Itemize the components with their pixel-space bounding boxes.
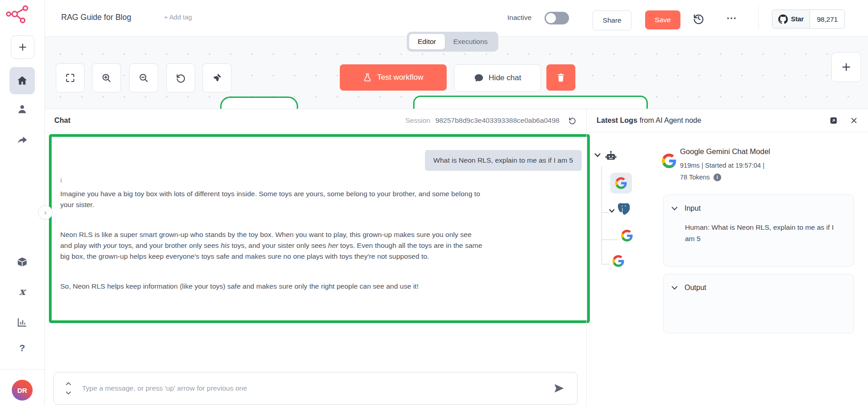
open-logs-view-button[interactable] (829, 116, 838, 125)
output-card-header[interactable]: Output (664, 274, 854, 292)
chat-message-input[interactable] (81, 384, 546, 393)
reset-zoom-button[interactable] (166, 63, 195, 92)
chat-messages-area: What is Neon RLS, explain to me as if I … (49, 134, 590, 323)
tab-executions[interactable]: Executions (445, 34, 497, 49)
logs-header: Latest Logs from AI Agent node (587, 109, 868, 132)
zoom-out-button[interactable] (129, 63, 158, 92)
close-logs-button[interactable] (850, 116, 858, 125)
tree-collapse-chevron[interactable] (609, 209, 615, 213)
add-tag-button[interactable]: + Add tag (164, 14, 192, 21)
share-arrow-icon (16, 134, 28, 146)
undo-icon (175, 72, 186, 83)
zoom-to-fit-button[interactable] (56, 63, 85, 92)
info-marker-icon[interactable]: i (60, 175, 484, 186)
open-nodes-panel-button[interactable] (831, 52, 861, 82)
info-icon[interactable]: i (714, 174, 721, 181)
top-header: RAG Guide for Blog + Add tag Inactive Sh… (44, 0, 868, 37)
zoom-out-icon (138, 72, 149, 83)
github-star-count[interactable]: 98,271 (810, 10, 844, 28)
log-node-title[interactable]: Google Gemini Chat Model (680, 147, 770, 156)
ai-agent-robot-icon[interactable] (605, 150, 617, 162)
chat-title: Chat (54, 116, 71, 125)
sidebar-item-shared[interactable] (16, 134, 28, 146)
toggle-knob (546, 13, 556, 23)
sidebar-item-variables[interactable]: x (16, 285, 28, 297)
test-workflow-button[interactable]: Test workflow (340, 64, 447, 91)
log-node-meta: 919ms | Started at 19:57:04 | 78 Tokens … (680, 160, 816, 183)
help-menu[interactable]: ? (0, 343, 44, 353)
tree-line (601, 166, 602, 264)
sidebar-item-overview[interactable] (10, 67, 35, 94)
input-card: Input Human: What is Neon RLS, explain t… (663, 194, 854, 266)
box-icon (16, 256, 28, 268)
add-workflow-button[interactable] (11, 35, 34, 59)
workflow-title[interactable]: RAG Guide for Blog (61, 13, 131, 22)
tree-node-gemini-selected[interactable] (610, 173, 632, 193)
tab-editor[interactable]: Editor (409, 34, 445, 49)
message-history-arrows (66, 382, 71, 395)
sidebar: x ? DR (0, 0, 45, 406)
fit-view-icon (65, 72, 76, 83)
input-card-body: Human: What is Neon RLS, explain to me a… (664, 213, 854, 244)
postgres-icon[interactable] (617, 202, 631, 216)
google-icon (615, 177, 627, 189)
save-button[interactable]: Save (645, 10, 680, 29)
input-card-header[interactable]: Input (664, 195, 854, 213)
refresh-icon (568, 116, 576, 125)
zoom-in-button[interactable] (92, 63, 121, 92)
tree-node-gemini-2[interactable] (612, 255, 624, 267)
chevron-down-icon (671, 286, 678, 290)
workflow-history-button[interactable] (691, 11, 706, 26)
send-message-button[interactable] (554, 383, 564, 394)
send-icon (554, 383, 564, 394)
chevron-down-icon[interactable] (66, 391, 71, 395)
chat-header: Chat Session 98257b8d9c3e403393388ce0ab6… (44, 109, 586, 132)
tree-collapse-chevron[interactable] (594, 153, 601, 157)
more-options-button[interactable]: ••• (723, 11, 741, 25)
logs-title: Latest Logs (597, 116, 637, 125)
person-icon (16, 103, 28, 115)
chevron-up-icon[interactable] (66, 382, 71, 386)
reset-session-button[interactable] (568, 116, 576, 125)
avatar[interactable]: DR (12, 380, 33, 401)
flask-icon (363, 73, 372, 82)
tree-connector (601, 239, 617, 240)
tidy-up-button[interactable] (203, 63, 231, 92)
zoom-in-icon (101, 72, 112, 83)
share-button[interactable]: Share (593, 10, 632, 30)
view-tabs: Editor Executions (407, 32, 498, 52)
chevron-down-icon (671, 207, 678, 211)
hide-chat-button[interactable]: Hide chat (454, 64, 541, 92)
sidebar-item-templates[interactable] (16, 256, 28, 268)
chat-panel: Chat Session 98257b8d9c3e403393388ce0ab6… (44, 109, 586, 406)
ellipsis-icon: ••• (727, 15, 738, 22)
github-star-button[interactable]: Star (772, 10, 810, 28)
close-icon (850, 116, 858, 125)
logs-panel: Latest Logs from AI Agent node (586, 109, 868, 406)
google-icon (662, 154, 676, 168)
variables-icon: x (19, 285, 25, 297)
bot-paragraph: Imagine you have a big toy box with lots… (60, 188, 484, 210)
sidebar-expander[interactable]: › (38, 205, 53, 220)
chevron-right-icon: › (44, 208, 47, 217)
sidebar-item-insights[interactable] (16, 316, 28, 328)
user-message: What is Neon RLS, explain to me as if I … (425, 150, 582, 171)
sidebar-divider (0, 369, 44, 370)
session-label: Session (405, 116, 430, 125)
github-star-widget[interactable]: Star 98,271 (772, 10, 845, 29)
trash-icon (556, 72, 566, 82)
tree-connector (601, 264, 609, 265)
pop-out-icon (829, 116, 838, 125)
status-label: Inactive (507, 14, 531, 22)
clear-chat-button[interactable] (546, 64, 575, 91)
bot-paragraph: Neon RLS is like a super smart grown-up … (60, 229, 484, 262)
sidebar-item-personal[interactable] (16, 103, 28, 115)
active-toggle[interactable] (545, 12, 569, 24)
tree-node-embeddings-google[interactable] (621, 230, 633, 242)
question-mark-icon: ? (19, 343, 25, 353)
tidy-up-icon (212, 72, 222, 83)
header-divider (758, 6, 759, 30)
bot-message: i Imagine you have a big toy box with lo… (60, 175, 484, 311)
chat-input-bar (53, 372, 578, 405)
github-icon (778, 14, 788, 24)
